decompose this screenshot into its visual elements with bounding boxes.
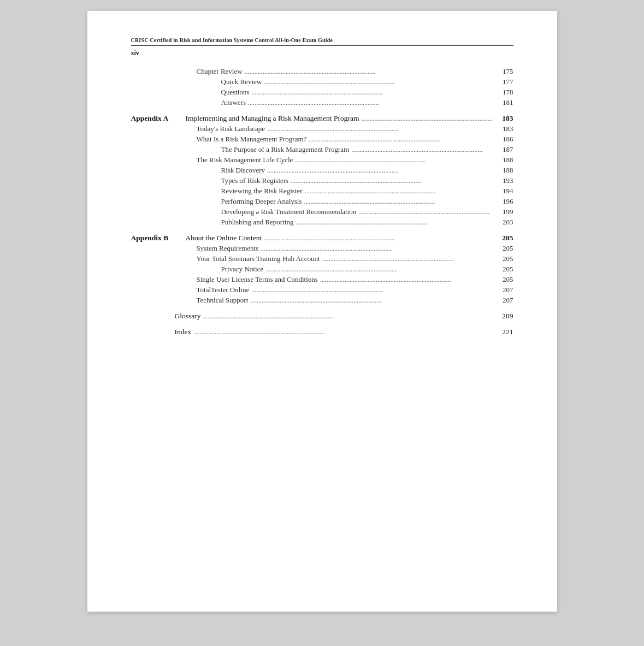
toc-page: 186 [497, 135, 513, 144]
toc-label: Developing a Risk Treatment Recommendati… [221, 208, 357, 216]
toc-row: Publishing and Reporting................… [131, 218, 513, 227]
page-number-roman: xiv [131, 49, 513, 57]
toc-dots: ........................................… [265, 125, 497, 133]
toc-row: Quick Review............................… [131, 78, 513, 86]
book-header-title: CRISC Certified in Risk and Information … [131, 37, 513, 43]
toc-page: 221 [497, 328, 513, 336]
toc-page: 188 [497, 156, 513, 164]
toc-row: System Requirements.....................… [131, 244, 513, 253]
toc-label: Privacy Notice [221, 265, 264, 274]
toc-label: Chapter Review [197, 67, 243, 76]
toc-page: 194 [497, 187, 513, 195]
toc-page: 209 [497, 312, 513, 321]
toc-dots: ........................................… [302, 198, 497, 206]
toc-dots: ........................................… [293, 218, 497, 227]
toc-row: Chapter Review..........................… [131, 67, 513, 76]
toc-page: 205 [497, 254, 513, 263]
toc-dots: ........................................… [249, 286, 497, 294]
toc-dots: ........................................… [258, 245, 497, 253]
toc-row: Developing a Risk Treatment Recommendati… [131, 208, 513, 216]
toc-dots: ........................................… [356, 208, 497, 216]
book-header: CRISC Certified in Risk and Information … [131, 37, 513, 46]
toc-dots: ........................................… [262, 234, 497, 242]
toc-label: The Risk Management Life Cycle [197, 156, 293, 164]
toc-label: Your Total Seminars Training Hub Account [197, 254, 320, 263]
toc-label: Performing Deeper Analysis [221, 197, 302, 206]
toc-label: What Is a Risk Management Program? [197, 135, 307, 144]
toc-dots: ........................................… [243, 68, 497, 76]
toc-row: Today's Risk Landscape..................… [131, 125, 513, 133]
appendix-title: Implementing and Managing a Risk Managem… [186, 114, 359, 123]
toc-spacer [131, 228, 513, 234]
toc-dots: ........................................… [359, 115, 497, 123]
toc-content: Chapter Review..........................… [131, 67, 513, 336]
toc-label: Quick Review [221, 78, 262, 86]
toc-label: Risk Discovery [221, 166, 265, 175]
toc-page: 207 [497, 286, 513, 294]
toc-page: 183 [497, 125, 513, 133]
toc-row: Performing Deeper Analysis..............… [131, 197, 513, 206]
toc-row: Risk Discovery..........................… [131, 166, 513, 175]
toc-row: Reviewing the Risk Register.............… [131, 187, 513, 195]
toc-row: Single User License Terms and Conditions… [131, 275, 513, 284]
toc-page: 187 [497, 145, 513, 154]
toc-row: Your Total Seminars Training Hub Account… [131, 254, 513, 263]
toc-page: 205 [497, 244, 513, 253]
toc-label: Reviewing the Risk Register [221, 187, 303, 195]
toc-dots: ........................................… [250, 88, 497, 97]
toc-row: What Is a Risk Management Program?......… [131, 135, 513, 144]
toc-spacer [131, 109, 513, 114]
appendix-key: Appendix B [131, 234, 186, 242]
toc-row: The Purpose of a Risk Management Program… [131, 145, 513, 154]
toc-page: 177 [497, 78, 513, 86]
toc-row: Privacy Notice..........................… [131, 265, 513, 274]
toc-label: Today's Risk Landscape [197, 125, 265, 133]
toc-row: Appendix AImplementing and Managing a Ri… [131, 114, 513, 123]
toc-dots: ........................................… [320, 255, 497, 263]
toc-label: Index [175, 328, 192, 336]
toc-label: Types of Risk Registers [221, 176, 289, 185]
toc-label: The Purpose of a Risk Management Program [221, 145, 350, 154]
toc-label: Single User License Terms and Conditions [197, 275, 318, 284]
toc-dots: ........................................… [293, 156, 497, 164]
toc-dots: ........................................… [349, 146, 497, 154]
toc-page: 205 [497, 275, 513, 284]
toc-label: Technical Support [197, 296, 249, 305]
toc-page: 178 [497, 88, 513, 97]
toc-page: 188 [497, 166, 513, 175]
toc-dots: ........................................… [265, 167, 497, 175]
toc-page: 183 [497, 114, 513, 123]
toc-dots: ........................................… [246, 99, 497, 107]
toc-row: Glossary................................… [131, 312, 513, 321]
toc-page: 199 [497, 208, 513, 216]
toc-row: TotalTester Online......................… [131, 286, 513, 294]
toc-dots: ........................................… [191, 328, 497, 336]
toc-dots: ........................................… [263, 265, 497, 274]
toc-dots: ........................................… [318, 276, 497, 284]
toc-page: 175 [497, 67, 513, 76]
book-page: CRISC Certified in Risk and Information … [87, 11, 557, 612]
toc-page: 207 [497, 296, 513, 305]
toc-label: Glossary [175, 312, 201, 321]
toc-dots: ........................................… [288, 177, 497, 185]
toc-dots: ........................................… [248, 297, 497, 305]
toc-label: System Requirements [197, 244, 259, 253]
toc-page: 205 [497, 234, 513, 242]
toc-page: 203 [497, 218, 513, 227]
toc-page: 205 [497, 265, 513, 274]
toc-spacer [131, 306, 513, 312]
toc-label: Publishing and Reporting [221, 218, 294, 227]
toc-dots: ........................................… [262, 78, 497, 86]
toc-dots: ........................................… [306, 135, 497, 144]
toc-row: Index...................................… [131, 328, 513, 336]
toc-dots: ........................................… [201, 312, 497, 321]
toc-row: The Risk Management Life Cycle..........… [131, 156, 513, 164]
toc-page: 193 [497, 176, 513, 185]
toc-label: Answers [221, 98, 246, 107]
toc-page: 181 [497, 98, 513, 107]
toc-row: Appendix BAbout the Online Content......… [131, 234, 513, 242]
toc-spacer [131, 322, 513, 328]
toc-label: Questions [221, 88, 250, 97]
toc-dots: ........................................… [303, 187, 497, 195]
toc-page: 196 [497, 197, 513, 206]
